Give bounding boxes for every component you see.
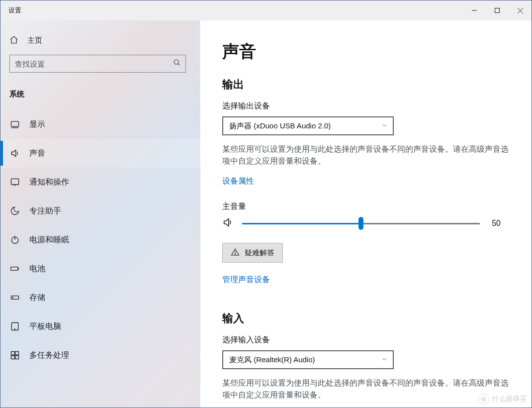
svg-rect-12 xyxy=(11,267,18,271)
close-button[interactable] xyxy=(509,0,532,20)
svg-line-2 xyxy=(518,8,523,13)
sidebar-item-label: 声音 xyxy=(29,148,45,159)
output-section-title: 输出 xyxy=(222,77,510,92)
battery-icon xyxy=(9,263,20,274)
minimize-icon xyxy=(472,8,477,13)
svg-point-23 xyxy=(235,254,235,254)
manage-devices-link[interactable]: 管理声音设备 xyxy=(222,275,270,285)
sidebar-item-battery[interactable]: 电池 xyxy=(0,254,200,283)
troubleshoot-button[interactable]: 疑难解答 xyxy=(222,243,283,263)
search-wrap xyxy=(0,52,200,82)
power-icon xyxy=(9,234,20,245)
chevron-down-icon xyxy=(381,356,388,364)
troubleshoot-label: 疑难解答 xyxy=(245,248,274,258)
volume-row: 50 xyxy=(222,217,501,230)
storage-icon xyxy=(9,292,20,303)
sound-icon xyxy=(9,148,20,159)
sidebar-item-notifications[interactable]: 通知和操作 xyxy=(0,168,200,197)
home-icon xyxy=(9,35,18,46)
warning-icon xyxy=(231,248,240,258)
close-icon xyxy=(518,8,523,13)
sidebar-item-label: 显示 xyxy=(29,119,45,130)
sidebar-item-storage[interactable]: 存储 xyxy=(0,283,200,312)
sidebar-item-label: 电源和睡眠 xyxy=(29,235,69,245)
sidebar-item-label: 平板电脑 xyxy=(29,321,61,332)
svg-rect-20 xyxy=(11,356,15,359)
volume-value: 50 xyxy=(489,219,501,228)
device-properties-link[interactable]: 设备属性 xyxy=(222,176,254,187)
tablet-icon xyxy=(9,321,20,332)
search-input[interactable] xyxy=(9,55,186,73)
output-device-label: 选择输出设备 xyxy=(222,101,510,111)
maximize-button[interactable] xyxy=(486,0,509,20)
sidebar-item-power[interactable]: 电源和睡眠 xyxy=(0,225,200,254)
multitask-icon xyxy=(9,350,20,361)
sidebar-item-focus[interactable]: 专注助手 xyxy=(0,197,200,225)
output-device-select[interactable]: 扬声器 (xDuoo USB Audio 2.0) xyxy=(222,116,394,135)
sidebar-nav: 显示 声音 通知和操作 xyxy=(0,110,200,370)
sidebar: 主页 系统 显示 xyxy=(0,20,200,408)
search-icon xyxy=(173,59,181,69)
content-pane: 声音 输出 选择输出设备 扬声器 (xDuoo USB Audio 2.0) 某… xyxy=(200,20,532,408)
maximize-icon xyxy=(495,8,500,13)
svg-rect-18 xyxy=(11,352,15,355)
minimize-button[interactable] xyxy=(463,0,486,20)
display-icon xyxy=(9,119,20,130)
focus-icon xyxy=(9,205,20,216)
sidebar-item-label: 存储 xyxy=(29,293,45,303)
svg-rect-21 xyxy=(15,356,19,359)
input-desc: 某些应用可以设置为使用与此处选择的声音设备不同的声音设备。请在高级声音选项中自定… xyxy=(222,377,510,401)
svg-rect-19 xyxy=(15,352,19,355)
sidebar-item-tablet[interactable]: 平板电脑 xyxy=(0,312,200,341)
input-section-title: 输入 xyxy=(222,311,510,326)
sidebar-item-label: 专注助手 xyxy=(29,206,61,216)
page-title: 声音 xyxy=(222,40,510,63)
input-device-select[interactable]: 麦克风 (Realtek(R) Audio) xyxy=(222,350,394,369)
sidebar-item-label: 电池 xyxy=(29,264,45,274)
svg-rect-8 xyxy=(11,179,19,185)
sidebar-item-label: 多任务处理 xyxy=(29,350,69,361)
titlebar: 设置 xyxy=(0,0,532,20)
sidebar-item-sound[interactable]: 声音 xyxy=(0,139,200,168)
output-device-value: 扬声器 (xDuoo USB Audio 2.0) xyxy=(229,121,331,131)
svg-point-4 xyxy=(174,60,178,64)
svg-rect-6 xyxy=(11,121,19,126)
volume-slider[interactable] xyxy=(242,217,480,229)
notifications-icon xyxy=(9,177,20,188)
home-label: 主页 xyxy=(27,36,42,45)
svg-line-5 xyxy=(178,64,179,65)
settings-window: 设置 主页 xyxy=(0,0,532,408)
sidebar-item-label: 通知和操作 xyxy=(29,177,69,188)
sidebar-group-system: 系统 xyxy=(0,82,200,105)
svg-rect-1 xyxy=(495,8,500,13)
input-device-value: 麦克风 (Realtek(R) Audio) xyxy=(229,355,315,365)
volume-icon[interactable] xyxy=(222,217,233,230)
master-volume-label: 主音量 xyxy=(222,202,510,212)
svg-line-3 xyxy=(518,8,523,13)
home-button[interactable]: 主页 xyxy=(0,29,200,52)
slider-thumb[interactable] xyxy=(358,217,363,230)
output-desc: 某些应用可以设置为使用与此处选择的声音设备不同的声音设备。请在高级声音选项中自定… xyxy=(222,143,510,167)
sidebar-item-multitask[interactable]: 多任务处理 xyxy=(0,341,200,370)
svg-point-15 xyxy=(12,297,13,298)
chevron-down-icon xyxy=(381,122,388,130)
window-controls xyxy=(463,0,532,20)
sidebar-item-display[interactable]: 显示 xyxy=(0,110,200,139)
input-device-label: 选择输入设备 xyxy=(222,335,510,345)
window-title: 设置 xyxy=(8,6,21,15)
